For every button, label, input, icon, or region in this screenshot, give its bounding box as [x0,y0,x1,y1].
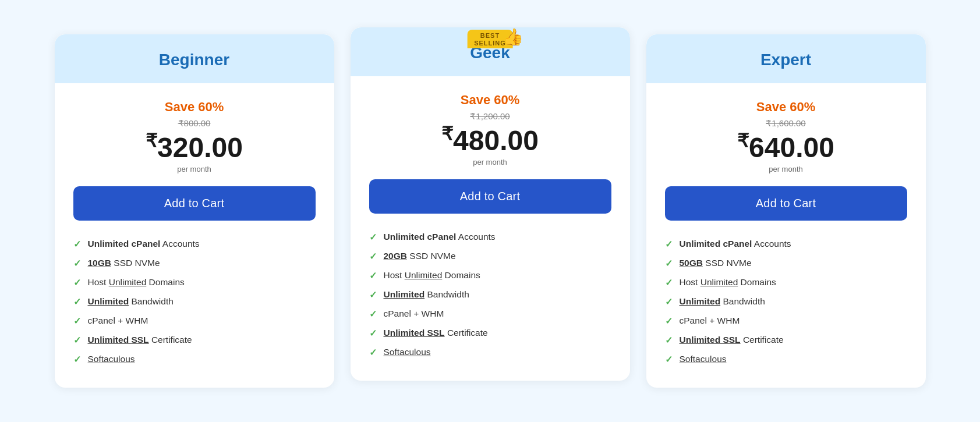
check-icon-beginner-2: ✓ [73,277,81,288]
feature-text-geek-2: Host Unlimited Domains [384,270,480,281]
feature-text-expert-5: Unlimited SSL Certificate [680,335,784,345]
check-icon-expert-2: ✓ [665,277,673,288]
check-icon-expert-4: ✓ [665,315,673,327]
check-icon-beginner-4: ✓ [73,315,81,327]
feature-text-beginner-5: Unlimited SSL Certificate [88,335,192,345]
per-month-geek: per month [369,158,611,166]
check-icon-geek-1: ✓ [369,251,377,262]
feature-item-expert-6: ✓Softaculous [665,350,907,369]
feature-text-geek-5: Unlimited SSL Certificate [384,328,488,338]
feature-item-geek-6: ✓Softaculous [369,343,611,362]
best-selling-badge: BEST SELLING 👍 [467,30,513,48]
plan-card-expert: Expert Save 60% ₹1,600.00 ₹640.00 per mo… [646,34,926,388]
feature-text-geek-1: 20GB SSD NVMe [384,251,456,261]
feature-text-beginner-6: Softaculous [88,354,135,364]
feature-text-beginner-1: 10GB SSD NVMe [88,258,160,268]
rupee-symbol-expert: ₹ [737,130,749,151]
badge-text-selling: SELLING [474,40,506,47]
check-icon-geek-4: ✓ [369,308,377,320]
add-to-cart-geek[interactable]: Add to Cart [369,179,611,214]
features-list-beginner: ✓Unlimited cPanel Accounts✓10GB SSD NVMe… [73,235,316,369]
feature-item-beginner-6: ✓Softaculous [73,350,316,369]
feature-item-expert-4: ✓cPanel + WHM [665,311,907,331]
feature-item-beginner-5: ✓Unlimited SSL Certificate [73,331,316,350]
check-icon-geek-3: ✓ [369,289,377,300]
check-icon-beginner-3: ✓ [73,296,81,307]
current-price-beginner: ₹320.00 [73,131,316,164]
add-to-cart-beginner[interactable]: Add to Cart [73,186,316,221]
check-icon-beginner-6: ✓ [73,354,81,365]
plan-card-beginner: Beginner Save 60% ₹800.00 ₹320.00 per mo… [55,34,334,388]
feature-text-expert-4: cPanel + WHM [680,315,740,326]
check-icon-expert-3: ✓ [665,296,673,307]
plan-body-expert: Save 60% ₹1,600.00 ₹640.00 per month Add… [646,83,926,388]
check-icon-beginner-5: ✓ [73,335,81,346]
save-label-beginner: Save 60% [73,100,316,115]
feature-text-expert-1: 50GB SSD NVMe [680,258,752,268]
add-to-cart-expert[interactable]: Add to Cart [665,186,907,221]
feature-item-geek-0: ✓Unlimited cPanel Accounts [369,228,611,247]
feature-item-expert-3: ✓Unlimited Bandwidth [665,292,907,311]
feature-text-beginner-0: Unlimited cPanel Accounts [88,239,200,249]
check-icon-expert-0: ✓ [665,239,673,250]
feature-item-geek-1: ✓20GB SSD NVMe [369,247,611,266]
save-label-expert: Save 60% [665,100,907,115]
original-price-geek: ₹1,200.00 [369,111,611,122]
plan-wrapper-beginner: Beginner Save 60% ₹800.00 ₹320.00 per mo… [55,34,334,388]
feature-item-expert-0: ✓Unlimited cPanel Accounts [665,235,907,254]
rupee-symbol-beginner: ₹ [146,130,157,151]
feature-text-expert-2: Host Unlimited Domains [680,277,776,288]
feature-item-geek-3: ✓Unlimited Bandwidth [369,285,611,304]
per-month-beginner: per month [73,165,316,173]
feature-text-geek-6: Softaculous [384,347,431,357]
plan-body-beginner: Save 60% ₹800.00 ₹320.00 per month Add t… [55,83,334,388]
feature-item-beginner-3: ✓Unlimited Bandwidth [73,292,316,311]
per-month-expert: per month [665,165,907,173]
original-price-expert: ₹1,600.00 [665,118,907,129]
features-list-expert: ✓Unlimited cPanel Accounts✓50GB SSD NVMe… [665,235,907,369]
plan-wrapper-expert: Expert Save 60% ₹1,600.00 ₹640.00 per mo… [646,34,926,388]
plan-header-expert: Expert [646,34,926,83]
save-label-geek: Save 60% [369,93,611,108]
feature-text-expert-3: Unlimited Bandwidth [680,296,765,307]
check-icon-geek-5: ✓ [369,328,377,339]
check-icon-beginner-0: ✓ [73,239,81,250]
check-icon-expert-6: ✓ [665,354,673,365]
current-price-expert: ₹640.00 [665,131,907,164]
original-price-beginner: ₹800.00 [73,118,316,129]
check-icon-beginner-1: ✓ [73,258,81,269]
feature-item-beginner-0: ✓Unlimited cPanel Accounts [73,235,316,254]
check-icon-geek-2: ✓ [369,270,377,281]
feature-text-beginner-3: Unlimited Bandwidth [88,296,174,307]
features-list-geek: ✓Unlimited cPanel Accounts✓20GB SSD NVMe… [369,228,611,362]
plan-header-beginner: Beginner [55,34,334,83]
feature-text-geek-3: Unlimited Bandwidth [384,289,469,300]
check-icon-geek-6: ✓ [369,347,377,358]
feature-text-geek-0: Unlimited cPanel Accounts [384,232,496,242]
feature-text-geek-4: cPanel + WHM [384,308,444,319]
plan-wrapper-geek: BEST SELLING 👍 Geek Save 60% ₹1,200.00 ₹… [351,34,630,381]
check-icon-geek-0: ✓ [369,232,377,243]
badge-text-best: BEST [474,32,506,40]
feature-text-expert-6: Softaculous [680,354,727,364]
pricing-container: Beginner Save 60% ₹800.00 ₹320.00 per mo… [24,34,956,388]
plan-name-expert: Expert [658,51,914,69]
feature-item-beginner-2: ✓Host Unlimited Domains [73,273,316,292]
feature-item-expert-1: ✓50GB SSD NVMe [665,254,907,273]
feature-text-beginner-2: Host Unlimited Domains [88,277,185,288]
feature-item-beginner-4: ✓cPanel + WHM [73,311,316,331]
check-icon-expert-5: ✓ [665,335,673,346]
feature-item-beginner-1: ✓10GB SSD NVMe [73,254,316,273]
plan-body-geek: Save 60% ₹1,200.00 ₹480.00 per month Add… [351,76,630,381]
feature-item-geek-5: ✓Unlimited SSL Certificate [369,324,611,343]
rupee-symbol-geek: ₹ [441,123,453,144]
feature-text-beginner-4: cPanel + WHM [88,315,148,326]
plan-card-geek: Geek Save 60% ₹1,200.00 ₹480.00 per mont… [351,27,630,381]
thumb-icon: 👍 [503,27,523,47]
feature-item-expert-2: ✓Host Unlimited Domains [665,273,907,292]
feature-text-expert-0: Unlimited cPanel Accounts [680,239,791,249]
feature-item-geek-2: ✓Host Unlimited Domains [369,266,611,285]
current-price-geek: ₹480.00 [369,124,611,157]
feature-item-geek-4: ✓cPanel + WHM [369,304,611,324]
check-icon-expert-1: ✓ [665,258,673,269]
